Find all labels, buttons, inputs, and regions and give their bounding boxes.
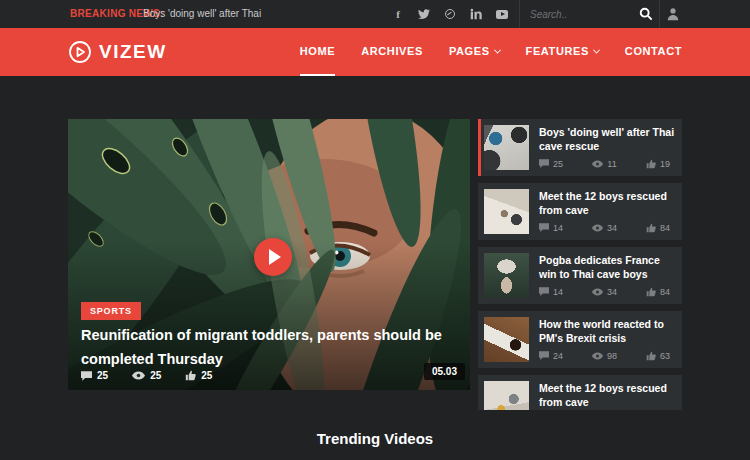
comment-icon bbox=[539, 159, 549, 168]
thumbs-up-icon bbox=[646, 351, 656, 361]
video-play-button[interactable] bbox=[254, 238, 292, 276]
article-stats: 24 98 63 bbox=[539, 351, 676, 361]
linkedin-icon[interactable] bbox=[470, 8, 482, 20]
dribbble-icon[interactable] bbox=[444, 8, 456, 20]
article-thumbnail bbox=[484, 317, 529, 362]
article-list-item[interactable]: Meet the 12 boys rescued from cave 14 34… bbox=[478, 183, 682, 240]
article-thumbnail bbox=[484, 381, 529, 410]
comments-stat: 25 bbox=[81, 370, 108, 381]
article-title[interactable]: Pogba dedicates France win to Thai cave … bbox=[539, 254, 676, 282]
user-account-icon[interactable] bbox=[666, 7, 680, 21]
featured-video-post[interactable]: SPORTS Reunification of migrant toddlers… bbox=[68, 119, 470, 390]
site-logo-text: VIZEW bbox=[99, 41, 167, 63]
article-list-item[interactable]: Meet the 12 boys rescued from cave bbox=[478, 375, 682, 410]
comment-icon bbox=[81, 371, 92, 381]
thumbs-up-icon bbox=[185, 370, 196, 381]
search-input[interactable] bbox=[530, 0, 630, 28]
search-icon[interactable] bbox=[639, 7, 653, 21]
likes-stat: 25 bbox=[185, 370, 212, 381]
article-list-item[interactable]: How the world reacted to PM's Brexit cri… bbox=[478, 311, 682, 368]
comment-icon bbox=[539, 351, 549, 360]
play-logo-icon bbox=[68, 40, 92, 64]
eye-icon bbox=[132, 371, 145, 380]
article-title[interactable]: Meet the 12 boys rescued from cave bbox=[539, 382, 676, 410]
topbar-divider bbox=[519, 0, 520, 28]
article-list-item[interactable]: Pogba dedicates France win to Thai cave … bbox=[478, 247, 682, 304]
main-navbar: VIZEW HOME ARCHIVES PAGES FEATURES CONTA… bbox=[0, 28, 750, 76]
main-menu: HOME ARCHIVES PAGES FEATURES CONTACT bbox=[274, 28, 682, 76]
nav-item-home[interactable]: HOME bbox=[300, 28, 335, 76]
article-stats: 14 34 84 bbox=[539, 223, 676, 233]
comment-icon bbox=[539, 223, 549, 232]
article-title[interactable]: Meet the 12 boys rescued from cave bbox=[539, 190, 676, 218]
topbar-divider bbox=[659, 0, 660, 28]
search-form bbox=[530, 0, 655, 28]
article-thumbnail bbox=[484, 125, 529, 170]
youtube-icon[interactable] bbox=[496, 8, 508, 20]
nav-item-archives[interactable]: ARCHIVES bbox=[361, 28, 423, 76]
eye-icon bbox=[592, 224, 603, 232]
eye-icon bbox=[592, 352, 603, 360]
chevron-down-icon bbox=[494, 46, 501, 53]
article-thumbnail bbox=[484, 189, 529, 234]
breaking-news-headline[interactable]: Boys 'doing well' after Thai bbox=[143, 0, 261, 28]
views-stat: 25 bbox=[132, 370, 161, 381]
category-badge[interactable]: SPORTS bbox=[81, 302, 141, 320]
thumbs-up-icon bbox=[646, 159, 656, 169]
twitter-icon[interactable] bbox=[418, 8, 430, 20]
facebook-icon[interactable]: f bbox=[392, 8, 404, 20]
article-title[interactable]: Boys 'doing well' after Thai cave rescue bbox=[539, 126, 676, 154]
article-stats: 14 34 84 bbox=[539, 287, 676, 297]
site-logo[interactable]: VIZEW bbox=[68, 28, 167, 76]
chevron-down-icon bbox=[593, 46, 600, 53]
thumbs-up-icon bbox=[646, 223, 656, 233]
nav-item-pages[interactable]: PAGES bbox=[449, 28, 500, 76]
top-bar: BREAKING NEWS: Boys 'doing well' after T… bbox=[0, 0, 750, 28]
article-list-item[interactable]: Boys 'doing well' after Thai cave rescue… bbox=[478, 119, 682, 176]
nav-item-features[interactable]: FEATURES bbox=[526, 28, 599, 76]
vizew-homepage: BREAKING NEWS: Boys 'doing well' after T… bbox=[0, 0, 750, 460]
video-duration-badge: 05.03 bbox=[424, 363, 465, 380]
nav-item-contact[interactable]: CONTACT bbox=[625, 28, 682, 76]
trending-videos-heading: Trending Videos bbox=[0, 430, 750, 447]
featured-title[interactable]: Reunification of migrant toddlers, paren… bbox=[81, 324, 453, 372]
thumbs-up-icon bbox=[646, 287, 656, 297]
article-title[interactable]: How the world reacted to PM's Brexit cri… bbox=[539, 318, 676, 346]
social-links: f bbox=[392, 0, 508, 28]
featured-stats: 25 25 25 bbox=[81, 370, 212, 381]
latest-articles-list: Boys 'doing well' after Thai cave rescue… bbox=[478, 119, 682, 410]
eye-icon bbox=[592, 288, 603, 296]
article-thumbnail bbox=[484, 253, 529, 298]
comment-icon bbox=[539, 287, 549, 296]
article-stats: 25 11 19 bbox=[539, 159, 676, 169]
eye-icon bbox=[592, 160, 603, 168]
